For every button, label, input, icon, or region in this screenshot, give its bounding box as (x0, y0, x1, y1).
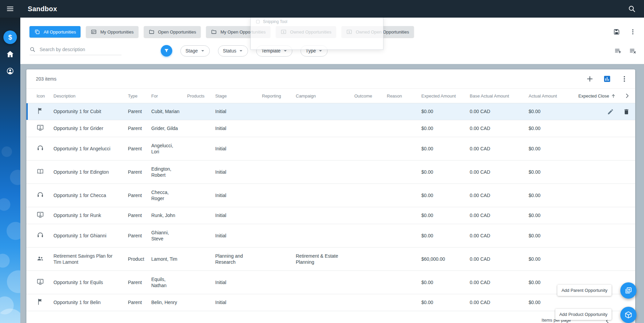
column-header-for[interactable]: For (151, 93, 187, 99)
headset-icon (37, 191, 44, 198)
table-row-opportunity-1-for-grider[interactable]: Opportunity 1 for GriderParentGrider, Gi… (26, 120, 635, 137)
column-label: Outcome (354, 93, 372, 99)
column-header-actual-amount[interactable]: Actual Amount (529, 93, 578, 99)
dropdown-label: Stage (185, 48, 198, 53)
chart-view-button[interactable] (603, 75, 611, 83)
table-row-opportunity-1-for-edington[interactable]: Opportunity 1 for EdingtonParentEdington… (26, 160, 635, 184)
tooltip-add-parent-opportunity: Add Parent Opportunity (557, 285, 612, 296)
status-filter-dropdown[interactable]: Status (218, 45, 248, 57)
column-label: Base Actual Amount (470, 93, 509, 99)
cell-expected-amount: $0.00 (421, 279, 470, 285)
cell-description: Opportunity 1 for Angelucci (53, 146, 128, 152)
table-row-opportunity-1-for-runk[interactable]: Opportunity 1 for RunkParentRunk, JohnIn… (26, 207, 635, 224)
column-header-expected-amount[interactable]: Expected Amount (421, 93, 470, 99)
sidebar: $ (0, 18, 20, 323)
global-search-button[interactable] (625, 2, 639, 16)
table-more-menu-button[interactable] (620, 75, 628, 83)
cell-campaign: Retirement & Estate Planning (296, 253, 354, 265)
funnel-icon (163, 48, 170, 54)
column-label: Expected Amount (421, 93, 456, 99)
filter-button[interactable] (161, 45, 172, 57)
column-header-type[interactable]: Type (128, 93, 151, 99)
table-toolbar: 203 items (26, 69, 635, 88)
table-row-opportunity-1-for-angelucci[interactable]: Opportunity 1 for AngelucciParentAngeluc… (26, 137, 635, 160)
chip-label: All Opportunities (44, 29, 76, 35)
top-bar: Sandbox (0, 0, 644, 18)
table-row-opportunity-1-for-belin[interactable]: Opportunity 1 for BelinParentBelin, Henr… (26, 294, 635, 311)
cell-icon (37, 278, 53, 287)
sidebar-item-profile[interactable] (3, 64, 17, 78)
home-icon (6, 50, 15, 59)
cell-expected-amount: $0.00 (421, 233, 470, 239)
column-label: Campaign (296, 93, 316, 99)
stage-filter-dropdown[interactable]: Stage (180, 45, 210, 57)
column-header-description[interactable]: Description (53, 93, 128, 99)
save-view-button[interactable] (613, 28, 620, 36)
chip-open-opportunities[interactable]: Open Opportunities (144, 26, 201, 38)
column-header-expected-close[interactable]: Expected Close (578, 93, 629, 99)
cell-expected-amount: $0.00 (421, 125, 470, 131)
cell-base-actual-amount: 0.00 CAD (470, 256, 529, 262)
cell-actual-amount: $0.00 (529, 256, 578, 262)
cell-for: Runk, John (151, 212, 187, 218)
cell-for: Lamont, Tim (151, 256, 187, 262)
search-input[interactable] (39, 46, 121, 52)
people-icon (37, 255, 44, 262)
add-product-opportunity-fab[interactable] (620, 307, 637, 323)
table-row-opportunity-1-for-checca[interactable]: Opportunity 1 for CheccaParentChecca, Ro… (26, 184, 635, 207)
folder-icon (149, 29, 155, 35)
playlist-add-icon (614, 47, 622, 55)
sidebar-item-home[interactable] (3, 47, 17, 61)
table-row-opportunity-1-for-cubit[interactable]: Opportunity 1 for CubitParentCubit, Mari… (26, 103, 635, 120)
delete-row-button[interactable] (623, 108, 630, 115)
monitor-icon (37, 124, 44, 131)
cell-base-actual-amount: 0.00 CAD (470, 169, 529, 175)
flag-icon (37, 107, 44, 114)
cell-base-actual-amount: 0.00 CAD (470, 192, 529, 198)
cell-type: Parent (128, 192, 151, 198)
chevron-down-icon (238, 47, 244, 54)
main-content: All OpportunitiesMy OpportunitiesOpen Op… (20, 18, 644, 323)
page-title: Sandbox (28, 5, 57, 13)
cell-base-actual-amount: 0.00 CAD (470, 108, 529, 114)
cell-icon (37, 231, 53, 240)
chip-all-opportunities[interactable]: All Opportunities (29, 26, 81, 38)
cell-stage: Planning and Research (215, 253, 262, 265)
table-row-opportunity-1-for-ghianni[interactable]: Opportunity 1 for GhianniParentGhianni, … (26, 224, 635, 247)
table-row-retirement-savings-plan-for-tim-lamont[interactable]: Retirement Savings Plan for Tim LamontPr… (26, 247, 635, 271)
chevron-right-icon (624, 92, 630, 99)
add-parent-opportunity-fab[interactable] (620, 282, 637, 299)
column-header-products[interactable]: Products (187, 93, 215, 99)
cell-base-actual-amount: 0.00 CAD (470, 279, 529, 285)
headset-icon (37, 231, 44, 239)
view-more-menu-button[interactable] (629, 28, 637, 36)
edit-row-button[interactable] (607, 108, 614, 115)
cell-expected-amount: $0.00 (421, 299, 470, 305)
column-header-reason[interactable]: Reason (387, 93, 421, 99)
cell-stage: Initial (215, 279, 262, 285)
cell-icon (37, 107, 53, 116)
chip-my-opportunities[interactable]: My Opportunities (86, 26, 138, 38)
column-label: Reason (387, 93, 402, 99)
add-to-list-button[interactable] (614, 47, 622, 55)
column-header-base-actual-amount[interactable]: Base Actual Amount (470, 93, 529, 99)
sidebar-item-opportunities[interactable]: $ (3, 30, 17, 44)
table-row-opportunity-1-for-equils[interactable]: Opportunity 1 for EquilsParentEquils, Na… (26, 271, 635, 294)
menu-button[interactable] (0, 0, 20, 18)
scroll-columns-right-button[interactable] (624, 92, 630, 99)
cell-expected-amount: $60,000.00 (421, 256, 470, 262)
add-item-button[interactable] (586, 75, 594, 83)
cell-stage: Initial (215, 233, 262, 239)
column-header-outcome[interactable]: Outcome (354, 93, 387, 99)
cell-type: Parent (128, 279, 151, 285)
cell-description: Opportunity 1 for Equils (53, 279, 128, 285)
remove-from-list-button[interactable] (629, 47, 637, 55)
cell-base-actual-amount: 0.00 CAD (470, 146, 529, 152)
tooltip-add-product-opportunity: Add Product Opportunity (555, 309, 612, 320)
column-header-icon[interactable]: Icon (37, 93, 53, 99)
table-body: Opportunity 1 for CubitParentCubit, Mari… (26, 103, 635, 311)
column-header-stage[interactable]: Stage (215, 93, 262, 99)
column-header-reporting[interactable]: Reporting (262, 93, 296, 99)
column-header-campaign[interactable]: Campaign (296, 93, 354, 99)
save-icon (613, 28, 620, 36)
